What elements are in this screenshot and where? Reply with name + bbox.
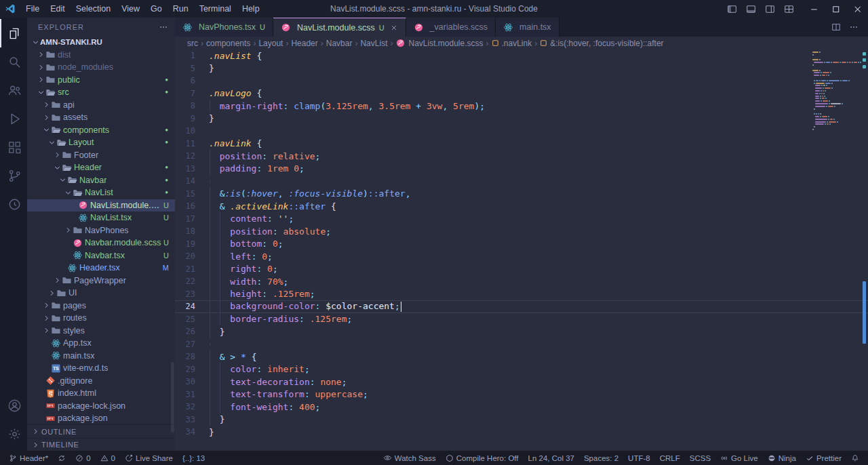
status-warnings[interactable]: 0 bbox=[96, 451, 120, 465]
status-notifications[interactable] bbox=[846, 451, 864, 465]
tree-item-navphones[interactable]: NavPhones bbox=[27, 224, 175, 237]
code-line-32[interactable]: 32 font-weight: 400; bbox=[175, 401, 868, 413]
menu-file[interactable]: File bbox=[20, 4, 45, 14]
code-line-7[interactable]: 7.navLogo { bbox=[175, 87, 868, 100]
minimize-button[interactable] bbox=[803, 0, 825, 18]
code-line-13[interactable]: 13 padding: 1rem 0; bbox=[175, 163, 868, 176]
code-line-33[interactable]: 33 } bbox=[175, 413, 868, 426]
code-line-20[interactable]: 20 left: 0; bbox=[175, 250, 868, 263]
explorer-activity-icon[interactable] bbox=[0, 19, 27, 47]
code-line-18[interactable]: 18 position: absolute; bbox=[175, 225, 868, 238]
tree-item-package-json[interactable]: package.json bbox=[27, 412, 175, 424]
status-end-of-line[interactable]: CRLF bbox=[655, 451, 685, 465]
tree-item-header-tsx[interactable]: Header.tsxM bbox=[27, 262, 175, 275]
tree-item-styles[interactable]: styles bbox=[27, 325, 175, 338]
breadcrumb-item-navlink[interactable]: .navLink bbox=[492, 39, 532, 48]
breadcrumb-item-navlist[interactable]: NavList bbox=[360, 39, 387, 48]
tree-item-main-tsx[interactable]: main.tsx bbox=[27, 350, 175, 363]
code-line-25[interactable]: 25 border-radius: .125rem; bbox=[175, 313, 868, 326]
code-line-16[interactable]: 16 & .activeLink::after { bbox=[175, 200, 868, 213]
accounts-people-activity-icon[interactable] bbox=[0, 76, 27, 104]
breadcrumb-item-navlist-module-scss[interactable]: NavList.module.scss bbox=[395, 38, 483, 48]
status-encoding[interactable]: UTF-8 bbox=[623, 451, 655, 465]
explorer-more-actions[interactable] bbox=[159, 22, 168, 32]
breadcrumb-item-src[interactable]: src bbox=[187, 39, 198, 48]
code-line-17[interactable]: 17 content: ''; bbox=[175, 213, 868, 226]
menu-view[interactable]: View bbox=[116, 4, 145, 14]
tree-item-navlist[interactable]: NavList● bbox=[27, 186, 175, 199]
code-line-8[interactable]: 8 margin-right: clamp(3.125rem, 3.5rem +… bbox=[175, 100, 868, 113]
toggle-panel-button[interactable] bbox=[742, 0, 760, 18]
menu-run[interactable]: Run bbox=[167, 4, 194, 14]
tree-item-src[interactable]: src● bbox=[27, 86, 175, 99]
code-line-26[interactable]: 26 } bbox=[175, 325, 868, 338]
code-line-14[interactable]: 14 bbox=[175, 175, 868, 188]
breadcrumb-item-navbar[interactable]: Navbar bbox=[326, 39, 353, 48]
tree-item-vite-env-d-ts[interactable]: TSvite-env.d.ts bbox=[27, 362, 175, 375]
code-line-23[interactable]: 23 height: .125rem; bbox=[175, 288, 868, 301]
menu-go[interactable]: Go bbox=[145, 4, 167, 14]
close-icon[interactable] bbox=[390, 24, 398, 32]
status-compile-hero[interactable]: Compile Hero: Off bbox=[441, 451, 524, 465]
tree-item-navbar-module-scss[interactable]: Navbar.module.scssU bbox=[27, 237, 175, 249]
status-indentation[interactable]: Spaces: 2 bbox=[579, 451, 623, 465]
tab-navlist-module-scss[interactable]: NavList.module.scssU bbox=[273, 18, 406, 37]
code-line-30[interactable]: 30 text-decoration: none; bbox=[175, 376, 868, 388]
code-line-27[interactable]: 27 bbox=[175, 338, 868, 351]
account-activity-icon[interactable] bbox=[0, 391, 27, 420]
code-line-1[interactable]: 1.navList { bbox=[175, 49, 868, 62]
code-line-6[interactable]: 6 bbox=[175, 75, 868, 87]
code-line-22[interactable]: 22 width: 70%; bbox=[175, 275, 868, 288]
breadcrumb-item-layout[interactable]: Layout bbox=[258, 39, 283, 48]
code-editor[interactable]: 1.navList {5}67.navLogo {8 margin-right:… bbox=[175, 49, 868, 451]
tree-item-package-lock-json[interactable]: package-lock.json bbox=[27, 400, 175, 413]
code-line-15[interactable]: 15 &:is(:hover, :focus-visible)::after, bbox=[175, 188, 868, 201]
tree-item-dist[interactable]: dist bbox=[27, 49, 175, 62]
status-language-mode[interactable]: SCSS bbox=[685, 451, 715, 465]
code-line-19[interactable]: 19 bottom: 0; bbox=[175, 238, 868, 251]
live-preview-activity-icon[interactable] bbox=[0, 190, 27, 218]
code-line-28[interactable]: 28 & > * { bbox=[175, 350, 868, 363]
menu-help[interactable]: Help bbox=[237, 4, 265, 14]
close-button[interactable] bbox=[846, 0, 868, 18]
breadcrumb-item-is-hover-focus-visible-after[interactable]: &:is(:hover, :focus-visible)::after bbox=[540, 39, 663, 48]
toggle-primary-sidebar-button[interactable] bbox=[723, 0, 741, 18]
maximize-button[interactable] bbox=[825, 0, 846, 18]
status-prettier[interactable]: Prettier bbox=[801, 451, 846, 465]
code-line-29[interactable]: 29 color: inherit; bbox=[175, 363, 868, 376]
tree-item-routes[interactable]: routes bbox=[27, 312, 175, 325]
tree-item-amn-stanki-ru[interactable]: AMN-STANKI.RU bbox=[27, 36, 175, 49]
code-line-9[interactable]: 9} bbox=[175, 113, 868, 125]
minimap[interactable] bbox=[812, 52, 859, 132]
status-live-share[interactable]: Live Share bbox=[120, 451, 178, 465]
tree-item-pagewrapper[interactable]: PageWrapper bbox=[27, 275, 175, 287]
tree-item-app-tsx[interactable]: App.tsx bbox=[27, 337, 175, 350]
more-editor-actions[interactable] bbox=[849, 22, 859, 32]
sidebar-scrollbar[interactable] bbox=[171, 362, 174, 432]
tree-item-gitignore[interactable]: .gitignore bbox=[27, 375, 175, 388]
search-activity-icon[interactable] bbox=[0, 47, 27, 76]
tree-item-node-modules[interactable]: node_modules bbox=[27, 61, 175, 74]
code-line-12[interactable]: 12 position: relative; bbox=[175, 150, 868, 163]
breadcrumb-item-header[interactable]: Header bbox=[291, 39, 317, 48]
tree-item-footer[interactable]: Footer bbox=[27, 149, 175, 162]
tree-item-pages[interactable]: pages bbox=[27, 300, 175, 312]
section-timeline[interactable]: TIMELINE bbox=[27, 438, 175, 451]
split-editor[interactable] bbox=[831, 22, 841, 32]
extensions-activity-icon[interactable] bbox=[0, 133, 27, 161]
tree-item-components[interactable]: components● bbox=[27, 124, 175, 137]
tree-item-navlist-tsx[interactable]: NavList.tsxU bbox=[27, 211, 175, 224]
tree-item-navbar-tsx[interactable]: Navbar.tsxU bbox=[27, 249, 175, 262]
tab-variables-scss[interactable]: _variables.scss bbox=[406, 18, 496, 37]
tree-item-index-html[interactable]: index.html bbox=[27, 387, 175, 400]
status-sync-changes[interactable] bbox=[53, 451, 71, 465]
toggle-secondary-sidebar-button[interactable] bbox=[761, 0, 778, 18]
code-line-34[interactable]: 34} bbox=[175, 426, 868, 439]
code-line-21[interactable]: 21 right: 0; bbox=[175, 263, 868, 276]
tab-main-tsx[interactable]: main.tsx bbox=[496, 18, 559, 37]
status-git-branch[interactable]: Header* bbox=[4, 451, 53, 465]
tab-navphones-tsx[interactable]: NavPhones.tsxU bbox=[175, 18, 273, 37]
tree-item-header[interactable]: Header● bbox=[27, 161, 175, 174]
status-go-live[interactable]: Go Live bbox=[715, 451, 763, 465]
source-network-activity-icon[interactable] bbox=[0, 161, 27, 190]
